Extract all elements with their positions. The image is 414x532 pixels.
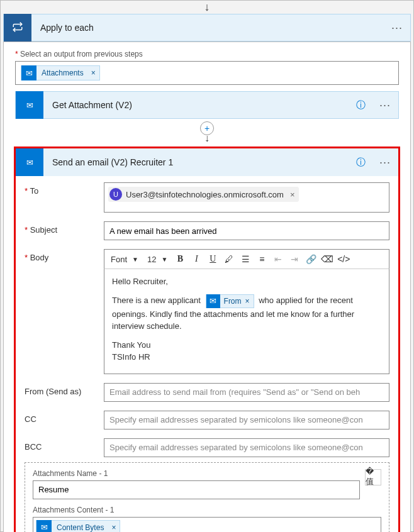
bcc-label: BCC: [25, 438, 104, 452]
outdent-button[interactable]: ⇤: [271, 252, 286, 267]
subject-label: * Subject: [25, 221, 104, 235]
remove-token-icon[interactable]: ×: [108, 523, 120, 532]
cc-input[interactable]: [104, 411, 389, 429]
body-editor[interactable]: Hello Recruiter, There is a new applican…: [104, 269, 389, 374]
outlook-icon: [206, 294, 220, 308]
apply-to-each-menu[interactable]: ···: [384, 21, 410, 35]
rte-toolbar: Font▼ 12▼ B I U 🖊 ☰ ≡ ⇤ ⇥ 🔗 ⌫: [104, 249, 389, 269]
output-selector[interactable]: Attachments ×: [15, 61, 399, 85]
outlook-icon: [16, 91, 43, 119]
flow-arrow: ↓: [4, 133, 410, 144]
outlook-icon: [36, 520, 52, 533]
apply-to-each-title: Apply to each: [31, 23, 384, 33]
outlook-icon: [21, 65, 36, 80]
from-label: From (Send as): [25, 383, 104, 396]
switch-mode-button[interactable]: �值: [365, 469, 381, 485]
clear-format-button[interactable]: ⌫: [320, 252, 335, 267]
code-view-button[interactable]: </>: [336, 252, 351, 267]
get-attachment-title: Get Attachment (V2): [43, 100, 350, 110]
link-button[interactable]: 🔗: [303, 252, 318, 267]
loop-icon: [4, 14, 31, 42]
from-token-chip[interactable]: From ×: [206, 294, 254, 308]
help-icon[interactable]: ⓘ: [350, 99, 372, 111]
attachment-content-field[interactable]: Content Bytes ×: [33, 517, 381, 533]
avatar: U: [109, 188, 122, 201]
apply-to-each-body: * Select an output from previous steps A…: [3, 42, 411, 532]
recipient-address: User3@tsinfotechnologies.onmicrosoft.com: [126, 190, 284, 199]
remove-token-icon[interactable]: ×: [245, 296, 254, 307]
attachments-section: Attachments Name - 1 �值 Attachments Cont…: [25, 462, 389, 533]
help-icon[interactable]: ⓘ: [350, 157, 372, 169]
cc-label: CC: [25, 411, 104, 424]
to-field[interactable]: U User3@tsinfotechnologies.onmicrosoft.c…: [104, 182, 389, 213]
subject-input[interactable]: [104, 221, 389, 240]
bullets-button[interactable]: ☰: [238, 252, 253, 267]
highlight-button[interactable]: 🖊: [221, 252, 237, 267]
to-label: * To: [25, 182, 104, 196]
from-input[interactable]: [104, 383, 389, 402]
send-email-menu[interactable]: ···: [372, 156, 398, 169]
bcc-input[interactable]: [104, 438, 389, 457]
underline-button[interactable]: U: [205, 252, 220, 267]
attachments-chip[interactable]: Attachments ×: [21, 65, 100, 80]
indent-button[interactable]: ⇥: [287, 252, 302, 267]
get-attachment-card[interactable]: Get Attachment (V2) ⓘ ···: [15, 91, 399, 119]
send-email-header[interactable]: Send an email (V2) Recruiter 1 ⓘ ···: [16, 148, 398, 176]
attachment-content-label: Attachments Content - 1: [33, 506, 381, 514]
bold-button[interactable]: B: [172, 252, 187, 267]
get-attachment-menu[interactable]: ···: [372, 99, 398, 112]
remove-chip-icon[interactable]: ×: [87, 69, 99, 77]
font-select[interactable]: Font▼: [107, 255, 142, 264]
send-email-title: Send an email (V2) Recruiter 1: [43, 157, 350, 167]
output-label: * Select an output from previous steps: [15, 50, 399, 58]
content-bytes-chip[interactable]: Content Bytes ×: [36, 520, 120, 533]
apply-to-each-header[interactable]: Apply to each ···: [3, 14, 411, 42]
remove-recipient-icon[interactable]: ×: [290, 190, 295, 199]
recipient-chip[interactable]: U User3@tsinfotechnologies.onmicrosoft.c…: [108, 187, 299, 202]
numbered-button[interactable]: ≡: [254, 252, 269, 267]
body-label: * Body: [25, 249, 104, 262]
font-size-select[interactable]: 12▼: [143, 255, 171, 264]
attachment-name-input[interactable]: [33, 480, 360, 499]
attachment-name-label: Attachments Name - 1: [33, 469, 360, 478]
flow-arrow-in: ↓: [1, 1, 413, 14]
italic-button[interactable]: I: [189, 252, 204, 267]
send-email-card: Send an email (V2) Recruiter 1 ⓘ ··· * T…: [14, 147, 400, 532]
outlook-icon: [16, 148, 43, 176]
